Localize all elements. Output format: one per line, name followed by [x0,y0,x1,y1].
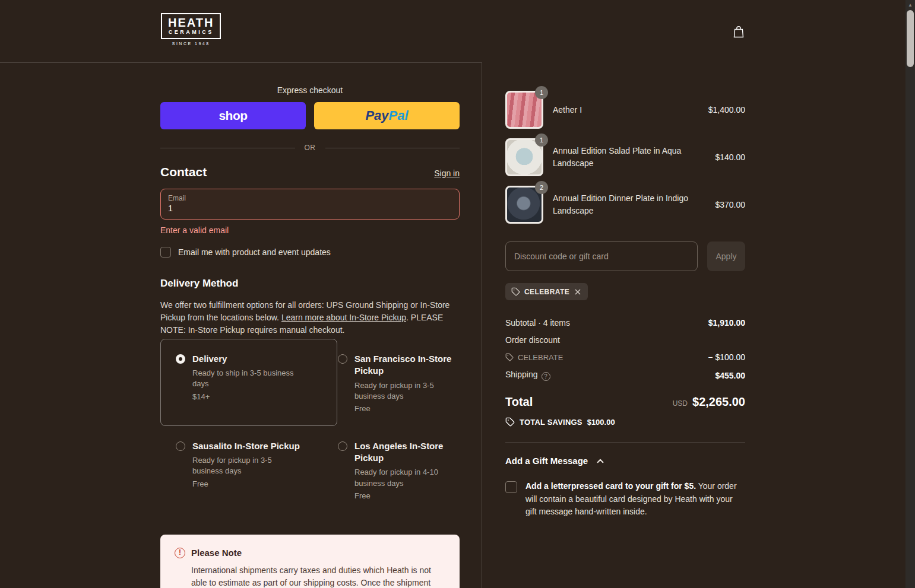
option-title: Los Angeles In-Store Pickup [354,440,465,465]
option-detail: Ready for pickup in 3-5 business days [354,380,465,402]
radio-selected-icon [176,354,185,364]
letterpressed-card-label: Add a letterpressed card to your gift fo… [525,480,739,519]
email-field[interactable]: Email 1 [160,189,460,220]
cart-item: 1 Annual Edition Salad Plate in Aqua Lan… [505,138,745,176]
header: HEATH CERAMICS SINCE 1948 [0,0,915,62]
email-field-label: Email [168,194,452,202]
scrollbar-thumb[interactable] [907,10,914,67]
scroll-up-arrow[interactable]: ▲ [905,0,915,9]
or-label: OR [305,144,316,152]
delivery-option-los-angeles[interactable]: Los Angeles In-Store Pickup Ready for pi… [338,440,476,500]
logo-text-since: SINCE 1948 [161,42,221,46]
radio-icon [338,441,347,451]
savings-tag-icon [505,417,515,427]
total-value: $2,265.00 [692,395,745,409]
shipping-help-icon[interactable]: ? [542,372,550,381]
warning-icon: ! [175,548,185,558]
product-price: $140.00 [715,152,745,162]
total-currency: USD [673,399,688,408]
delivery-method-heading: Delivery Method [160,278,460,290]
email-error-message: Enter a valid email [160,225,460,235]
cart-item: 2 Annual Edition Dinner Plate in Indigo … [505,186,745,224]
remove-discount-icon[interactable] [574,288,582,296]
total-savings-row: TOTAL SAVINGS $100.00 [505,417,745,427]
apply-discount-button[interactable]: Apply [707,241,745,271]
product-name: Aether I [553,104,699,116]
option-detail: Ready to ship in 3-5 business days [192,368,303,389]
delivery-intro-text: We offer two fulfillment options for all… [160,299,460,336]
product-name: Annual Edition Dinner Plate in Indigo La… [553,192,705,217]
option-title: Delivery [192,353,303,365]
quantity-badge: 2 [535,181,548,194]
product-thumbnail: 2 [505,186,543,224]
option-detail: Ready for pickup in 3-5 business days [192,455,303,476]
total-savings-label: TOTAL SAVINGS [520,418,582,427]
main-content: Express checkout shop PayPal OR Contact … [0,62,915,588]
total-savings-value: $100.00 [587,418,615,427]
express-buttons: shop PayPal [160,102,460,129]
divider [505,442,745,443]
newsletter-checkbox[interactable] [160,247,171,258]
total-label: Total [505,395,533,409]
newsletter-checkbox-row[interactable]: Email me with product and event updates [160,247,460,258]
express-checkout-title: Express checkout [160,85,460,95]
letterpressed-card-label-bold: Add a letterpressed card to your gift fo… [525,481,696,491]
quantity-badge: 1 [535,134,548,147]
checkout-column: Express checkout shop PayPal OR Contact … [0,62,482,588]
email-field-value: 1 [168,204,452,213]
scrollbar[interactable]: ▲ [905,0,915,588]
paypal-label-pay: Pay [365,108,388,123]
product-name: Annual Edition Salad Plate in Aqua Lands… [553,145,705,170]
note-body: International shipments carry taxes and … [191,564,445,588]
quantity-badge: 1 [535,86,548,99]
delivery-option-delivery[interactable]: Delivery Ready to ship in 3-5 business d… [176,353,325,413]
gift-message-toggle[interactable]: Add a Gift Message [505,456,745,466]
gift-message-title: Add a Gift Message [505,456,588,466]
cart-bag-icon[interactable] [732,25,746,39]
option-title: Sausalito In-Store Pickup [192,440,303,452]
product-price: $370.00 [715,200,745,209]
chevron-up-icon [596,457,604,465]
delivery-option-san-francisco[interactable]: San Francisco In-Store Pickup Ready for … [338,353,476,413]
logo-box: HEATH CERAMICS [161,13,221,39]
letterpressed-card-checkbox-row[interactable]: Add a letterpressed card to your gift fo… [505,480,745,519]
option-price: Free [354,404,465,413]
radio-icon [176,441,185,451]
product-thumbnail: 1 [505,91,543,129]
sign-in-link[interactable]: Sign in [434,169,460,178]
paypal-label-pal: Pal [389,108,409,123]
shop-pay-label: shop [219,109,247,123]
radio-icon [338,354,347,364]
order-summary-column: 1 Aether I $1,400.00 1 Annual Edition Sa… [482,62,915,588]
order-discount-label: Order discount [505,335,560,345]
cart-item: 1 Aether I $1,400.00 [505,91,745,129]
product-thumbnail: 1 [505,138,543,176]
discount-code-input[interactable] [505,241,698,271]
letterpressed-card-checkbox[interactable] [505,481,517,493]
product-price: $1,400.00 [708,105,745,115]
in-store-pickup-link[interactable]: Learn more about In-Store Pickup [281,313,406,322]
option-price: Free [192,479,303,488]
option-title: San Francisco In-Store Pickup [354,353,465,377]
heath-ceramics-logo[interactable]: HEATH CERAMICS SINCE 1948 [161,13,221,46]
shipping-value: $455.00 [715,371,745,380]
subtotal-label: Subtotal · 4 items [505,318,570,328]
option-detail: Ready for pickup in 4-10 business days [354,467,465,488]
shop-pay-button[interactable]: shop [160,102,306,129]
paypal-button[interactable]: PayPal [314,102,460,129]
please-note-alert: ! Please Note International shipments ca… [160,535,460,588]
option-price: Free [354,491,465,500]
option-price: $14+ [192,392,303,401]
tag-icon [505,353,514,361]
discount-amount: − $100.00 [708,352,745,362]
delivery-option-sausalito[interactable]: Sausalito In-Store Pickup Ready for pick… [176,440,325,500]
discount-code-name: CELEBRATE [518,353,563,362]
discount-tag-label: CELEBRATE [524,288,569,296]
logo-text-heath: HEATH [168,17,214,29]
or-divider: OR [160,144,460,152]
tag-icon [511,287,520,296]
discount-line: CELEBRATE [505,353,563,362]
subtotal-value: $1,910.00 [708,318,745,328]
logo-text-ceramics: CERAMICS [168,29,214,35]
newsletter-label: Email me with product and event updates [178,247,331,257]
